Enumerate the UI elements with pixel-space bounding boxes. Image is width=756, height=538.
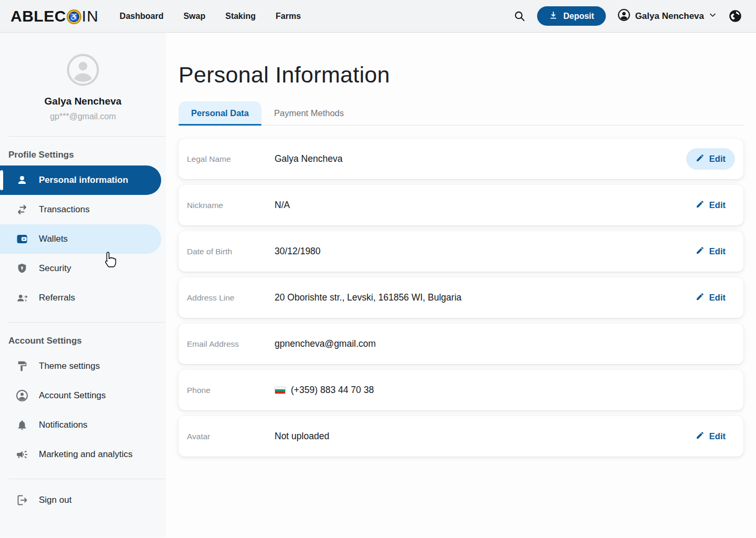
- sidebar: Galya Nencheva gp***@gmail.com Profile S…: [0, 33, 166, 537]
- globe-icon[interactable]: [728, 9, 742, 23]
- sidebar-item-transactions[interactable]: Transactions: [0, 195, 161, 224]
- chevron-down-icon: [709, 11, 717, 21]
- personal-data-rows: Legal Name Galya Nencheva Edit Nickname …: [178, 139, 743, 457]
- ablecoin-logo[interactable]: ABLEC ♿ IN: [10, 7, 99, 25]
- sidebar-user-name: Galya Nencheva: [0, 96, 166, 107]
- sidebar-item-personal-information[interactable]: Personal information: [0, 165, 161, 195]
- nav-link-dashboard[interactable]: Dashboard: [120, 12, 164, 21]
- logo-text-able: ABLEC: [10, 7, 66, 25]
- person-icon: [16, 174, 28, 187]
- sidebar-item-wallets[interactable]: Wallets: [0, 224, 161, 254]
- pencil-icon: [696, 246, 705, 257]
- tab-personal-data[interactable]: Personal Data: [178, 101, 261, 125]
- row-email-address: Email Address gpnencheva@gmail.com: [178, 324, 743, 364]
- nav-link-farms[interactable]: Farms: [276, 12, 301, 21]
- paint-roller-icon: [16, 360, 28, 373]
- row-nickname: Nickname N/A Edit: [178, 185, 743, 225]
- top-navbar: ABLEC ♿ IN Dashboard Swap Staking Farms …: [0, 0, 756, 33]
- sidebar-item-security[interactable]: Security: [0, 254, 161, 283]
- account-circle-icon: [617, 8, 631, 24]
- sidebar-item-referrals[interactable]: Referrals: [0, 283, 161, 313]
- logo-text-in: IN: [82, 7, 99, 25]
- edit-legal-name-button[interactable]: Edit: [686, 148, 735, 170]
- section-heading-account-settings: Account Settings: [0, 336, 166, 346]
- main-content: Personal Information Personal Data Payme…: [166, 33, 756, 537]
- sidebar-user-email: gp***@gmail.com: [0, 112, 166, 121]
- primary-nav: Dashboard Swap Staking Farms: [120, 12, 301, 21]
- row-avatar: Avatar Not uploaded Edit: [178, 416, 743, 457]
- nav-link-swap[interactable]: Swap: [183, 12, 205, 21]
- nav-link-staking[interactable]: Staking: [225, 12, 256, 21]
- wallet-icon: [16, 233, 28, 245]
- edit-date-of-birth-button[interactable]: Edit: [686, 241, 735, 262]
- account-circle-icon: [16, 389, 28, 402]
- sidebar-item-notifications[interactable]: Notifications: [0, 410, 161, 440]
- pencil-icon: [696, 292, 705, 303]
- coin-icon: ♿: [67, 9, 81, 24]
- tab-bar: Personal Data Payment Methods: [178, 101, 743, 126]
- bulgaria-flag-icon: [275, 387, 286, 394]
- deposit-button[interactable]: Deposit: [537, 6, 606, 26]
- edit-address-button[interactable]: Edit: [686, 287, 735, 308]
- row-phone: Phone (+359) 883 44 70 38: [178, 370, 743, 410]
- bell-icon: [16, 419, 28, 431]
- sign-out-icon: [16, 494, 28, 506]
- sidebar-item-sign-out[interactable]: Sign out: [0, 485, 161, 515]
- row-address-line: Address Line 20 Oborishte str., Levski, …: [178, 277, 743, 318]
- pencil-icon: [696, 153, 705, 164]
- pencil-icon: [696, 431, 705, 442]
- page-title: Personal Information: [178, 62, 743, 88]
- user-menu[interactable]: Galya Nencheva: [617, 8, 717, 24]
- divider: [8, 479, 166, 479]
- section-heading-profile-settings: Profile Settings: [0, 150, 166, 160]
- pencil-icon: [696, 200, 705, 211]
- person-add-icon: [16, 292, 28, 304]
- user-name: Galya Nencheva: [635, 11, 704, 22]
- sidebar-item-theme-settings[interactable]: Theme settings: [0, 351, 161, 381]
- row-date-of-birth: Date of Birth 30/12/1980 Edit: [178, 231, 743, 272]
- megaphone-icon: [16, 448, 28, 461]
- shield-icon: [16, 262, 28, 275]
- tab-payment-methods[interactable]: Payment Methods: [261, 101, 356, 125]
- sidebar-item-account-settings[interactable]: Account Settings: [0, 381, 161, 410]
- divider: [8, 136, 166, 137]
- divider: [8, 322, 166, 323]
- download-icon: [549, 11, 558, 22]
- sidebar-item-marketing-analytics[interactable]: Marketing and analytics: [0, 440, 161, 469]
- transactions-icon: [16, 203, 28, 216]
- avatar-placeholder-icon: [67, 54, 99, 88]
- edit-avatar-button[interactable]: Edit: [686, 426, 735, 447]
- row-legal-name: Legal Name Galya Nencheva Edit: [178, 139, 743, 179]
- edit-nickname-button[interactable]: Edit: [686, 194, 735, 216]
- search-icon[interactable]: [513, 10, 526, 22]
